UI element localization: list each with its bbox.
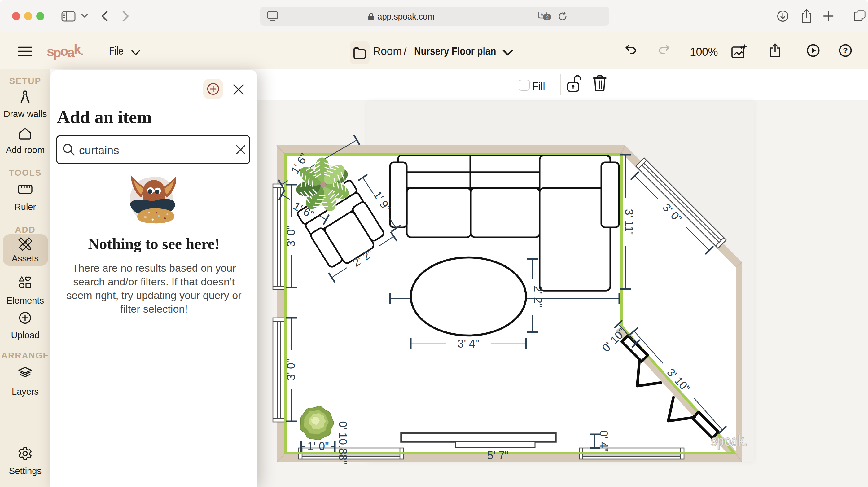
svg-text:1' 0": 1' 0" bbox=[307, 440, 329, 453]
svg-text:3' 4": 3' 4" bbox=[458, 337, 479, 350]
svg-text:A: A bbox=[540, 12, 544, 17]
svg-text:spoak.: spoak. bbox=[711, 432, 747, 450]
svg-text:3' 0": 3' 0" bbox=[285, 359, 298, 381]
svg-text:文: 文 bbox=[546, 15, 550, 20]
svg-text:3' 0": 3' 0" bbox=[285, 225, 298, 247]
svg-text:?: ? bbox=[843, 46, 848, 55]
svg-text:5' 7": 5' 7" bbox=[487, 449, 509, 462]
svg-text:0' 4": 0' 4" bbox=[597, 430, 610, 452]
svg-text:0' 10.88": 0' 10.88" bbox=[336, 421, 349, 464]
svg-text:3' 11": 3' 11" bbox=[623, 209, 636, 236]
svg-text:2' 2": 2' 2" bbox=[532, 286, 544, 307]
